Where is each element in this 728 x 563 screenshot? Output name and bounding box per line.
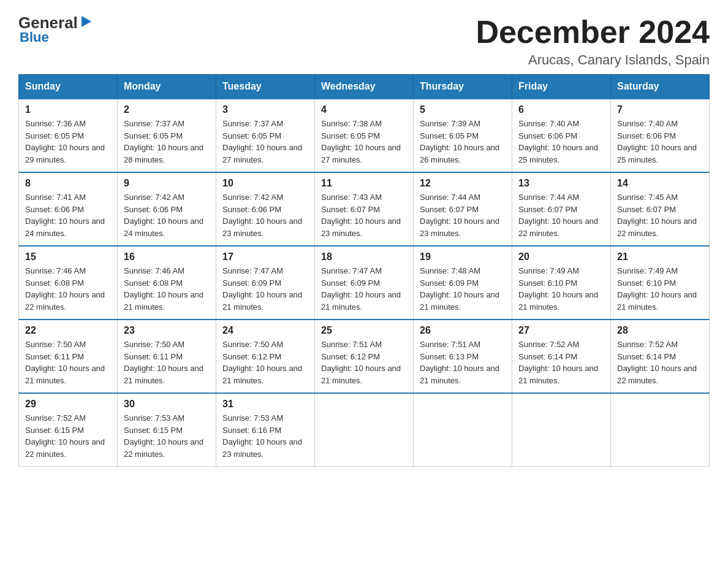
table-row: 26 Sunrise: 7:51 AMSunset: 6:13 PMDaylig… [414, 320, 512, 393]
calendar-week-row: 22 Sunrise: 7:50 AMSunset: 6:11 PMDaylig… [19, 320, 710, 393]
day-info: Sunrise: 7:50 AMSunset: 6:11 PMDaylight:… [124, 340, 203, 385]
day-number: 23 [124, 325, 210, 336]
day-info: Sunrise: 7:40 AMSunset: 6:06 PMDaylight:… [617, 119, 697, 164]
table-row: 5 Sunrise: 7:39 AMSunset: 6:05 PMDayligh… [414, 99, 512, 172]
day-number: 6 [518, 104, 604, 115]
col-sunday: Sunday [19, 75, 118, 99]
day-info: Sunrise: 7:41 AMSunset: 6:06 PMDaylight:… [25, 193, 105, 238]
day-number: 28 [617, 325, 703, 336]
col-thursday: Thursday [414, 75, 512, 99]
svg-marker-0 [82, 16, 91, 27]
calendar-week-row: 8 Sunrise: 7:41 AMSunset: 6:06 PMDayligh… [19, 172, 710, 246]
table-row: 23 Sunrise: 7:50 AMSunset: 6:11 PMDaylig… [118, 320, 216, 393]
table-row [611, 393, 710, 467]
table-row: 14 Sunrise: 7:45 AMSunset: 6:07 PMDaylig… [611, 172, 710, 246]
day-number: 20 [518, 251, 604, 262]
calendar-week-row: 1 Sunrise: 7:36 AMSunset: 6:05 PMDayligh… [19, 99, 710, 172]
day-info: Sunrise: 7:52 AMSunset: 6:14 PMDaylight:… [518, 340, 598, 385]
day-number: 30 [124, 399, 210, 410]
day-info: Sunrise: 7:37 AMSunset: 6:05 PMDaylight:… [124, 119, 203, 164]
table-row: 3 Sunrise: 7:37 AMSunset: 6:05 PMDayligh… [216, 99, 315, 172]
day-info: Sunrise: 7:49 AMSunset: 6:10 PMDaylight:… [617, 266, 697, 312]
day-number: 1 [25, 104, 111, 115]
table-row: 12 Sunrise: 7:44 AMSunset: 6:07 PMDaylig… [414, 172, 512, 246]
day-info: Sunrise: 7:38 AMSunset: 6:05 PMDaylight:… [321, 119, 401, 164]
day-number: 31 [222, 399, 308, 410]
table-row: 4 Sunrise: 7:38 AMSunset: 6:05 PMDayligh… [315, 99, 414, 172]
day-info: Sunrise: 7:36 AMSunset: 6:05 PMDaylight:… [25, 119, 105, 164]
day-number: 9 [124, 178, 210, 189]
day-number: 22 [25, 325, 111, 336]
day-info: Sunrise: 7:39 AMSunset: 6:05 PMDaylight:… [420, 119, 499, 164]
day-number: 19 [420, 251, 506, 262]
calendar-week-row: 15 Sunrise: 7:46 AMSunset: 6:08 PMDaylig… [19, 246, 710, 320]
day-number: 17 [222, 251, 308, 262]
table-row: 1 Sunrise: 7:36 AMSunset: 6:05 PMDayligh… [19, 99, 118, 172]
day-number: 4 [321, 104, 407, 115]
day-number: 21 [617, 251, 703, 262]
table-row: 21 Sunrise: 7:49 AMSunset: 6:10 PMDaylig… [611, 246, 710, 320]
table-row: 18 Sunrise: 7:47 AMSunset: 6:09 PMDaylig… [315, 246, 414, 320]
col-monday: Monday [118, 75, 216, 99]
calendar-table: Sunday Monday Tuesday Wednesday Thursday… [18, 74, 710, 467]
table-row: 29 Sunrise: 7:52 AMSunset: 6:15 PMDaylig… [19, 393, 118, 467]
month-year-title: December 2024 [476, 15, 710, 50]
table-row: 20 Sunrise: 7:49 AMSunset: 6:10 PMDaylig… [512, 246, 611, 320]
day-number: 29 [25, 399, 111, 410]
logo-blue-text: Blue [18, 29, 49, 45]
day-info: Sunrise: 7:42 AMSunset: 6:06 PMDaylight:… [124, 193, 203, 238]
table-row: 2 Sunrise: 7:37 AMSunset: 6:05 PMDayligh… [118, 99, 216, 172]
day-info: Sunrise: 7:49 AMSunset: 6:10 PMDaylight:… [518, 266, 598, 312]
day-number: 12 [420, 178, 506, 189]
table-row: 6 Sunrise: 7:40 AMSunset: 6:06 PMDayligh… [512, 99, 611, 172]
day-number: 5 [420, 104, 506, 115]
col-saturday: Saturday [611, 75, 710, 99]
col-wednesday: Wednesday [315, 75, 414, 99]
table-row: 11 Sunrise: 7:43 AMSunset: 6:07 PMDaylig… [315, 172, 414, 246]
day-info: Sunrise: 7:37 AMSunset: 6:05 PMDaylight:… [222, 119, 302, 164]
day-info: Sunrise: 7:50 AMSunset: 6:12 PMDaylight:… [222, 340, 302, 385]
col-friday: Friday [512, 75, 611, 99]
logo-arrow-icon [79, 15, 93, 28]
day-info: Sunrise: 7:47 AMSunset: 6:09 PMDaylight:… [222, 266, 302, 312]
day-info: Sunrise: 7:46 AMSunset: 6:08 PMDaylight:… [124, 266, 203, 312]
table-row: 17 Sunrise: 7:47 AMSunset: 6:09 PMDaylig… [216, 246, 315, 320]
table-row: 7 Sunrise: 7:40 AMSunset: 6:06 PMDayligh… [611, 99, 710, 172]
day-number: 13 [518, 178, 604, 189]
day-number: 26 [420, 325, 506, 336]
day-info: Sunrise: 7:53 AMSunset: 6:16 PMDaylight:… [222, 413, 302, 459]
day-info: Sunrise: 7:43 AMSunset: 6:07 PMDaylight:… [321, 193, 401, 238]
table-row: 8 Sunrise: 7:41 AMSunset: 6:06 PMDayligh… [19, 172, 118, 246]
day-number: 25 [321, 325, 407, 336]
logo: General Blue [18, 15, 93, 45]
day-number: 16 [124, 251, 210, 262]
day-info: Sunrise: 7:45 AMSunset: 6:07 PMDaylight:… [617, 193, 697, 238]
day-info: Sunrise: 7:51 AMSunset: 6:13 PMDaylight:… [420, 340, 499, 385]
day-number: 8 [25, 178, 111, 189]
day-number: 7 [617, 104, 703, 115]
table-row: 10 Sunrise: 7:42 AMSunset: 6:06 PMDaylig… [216, 172, 315, 246]
day-number: 15 [25, 251, 111, 262]
day-number: 14 [617, 178, 703, 189]
day-info: Sunrise: 7:44 AMSunset: 6:07 PMDaylight:… [518, 193, 598, 238]
day-info: Sunrise: 7:42 AMSunset: 6:06 PMDaylight:… [222, 193, 302, 238]
day-number: 18 [321, 251, 407, 262]
page-header: General Blue December 2024 Arucas, Canar… [18, 15, 710, 68]
day-number: 2 [124, 104, 210, 115]
day-number: 24 [222, 325, 308, 336]
table-row: 30 Sunrise: 7:53 AMSunset: 6:15 PMDaylig… [118, 393, 216, 467]
day-number: 27 [518, 325, 604, 336]
table-row: 27 Sunrise: 7:52 AMSunset: 6:14 PMDaylig… [512, 320, 611, 393]
day-number: 11 [321, 178, 407, 189]
logo-general-text: General [18, 15, 78, 31]
table-row: 25 Sunrise: 7:51 AMSunset: 6:12 PMDaylig… [315, 320, 414, 393]
day-info: Sunrise: 7:52 AMSunset: 6:14 PMDaylight:… [617, 340, 697, 385]
title-block: December 2024 Arucas, Canary Islands, Sp… [476, 15, 710, 68]
day-info: Sunrise: 7:50 AMSunset: 6:11 PMDaylight:… [25, 340, 105, 385]
day-number: 3 [222, 104, 308, 115]
table-row: 28 Sunrise: 7:52 AMSunset: 6:14 PMDaylig… [611, 320, 710, 393]
day-info: Sunrise: 7:40 AMSunset: 6:06 PMDaylight:… [518, 119, 598, 164]
day-info: Sunrise: 7:48 AMSunset: 6:09 PMDaylight:… [420, 266, 499, 312]
table-row: 31 Sunrise: 7:53 AMSunset: 6:16 PMDaylig… [216, 393, 315, 467]
table-row [414, 393, 512, 467]
